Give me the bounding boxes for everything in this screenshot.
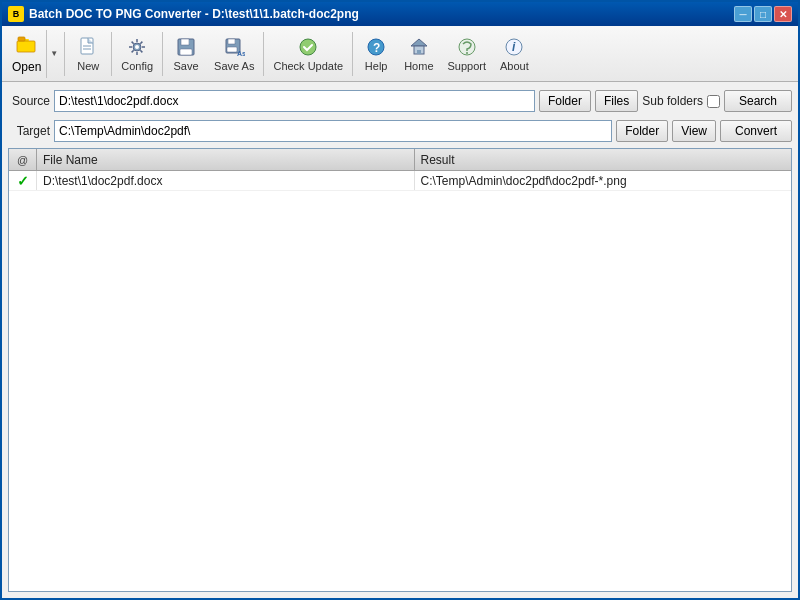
separator-3	[162, 32, 163, 76]
open-button[interactable]: Open ▼	[6, 29, 62, 79]
check-update-label: Check Update	[273, 60, 343, 72]
about-icon: i	[503, 36, 525, 58]
separator-4	[263, 32, 264, 76]
svg-rect-14	[227, 47, 237, 52]
target-folder-button[interactable]: Folder	[616, 120, 668, 142]
table-row[interactable]: ✓ D:\test\1\doc2pdf.docx C:\Temp\Admin\d…	[9, 171, 791, 191]
help-label: Help	[365, 60, 388, 72]
svg-text:As: As	[237, 50, 245, 57]
col-result-header: Result	[415, 149, 792, 170]
separator-5	[352, 32, 353, 76]
row-filename: D:\test\1\doc2pdf.docx	[37, 171, 415, 190]
target-label: Target	[8, 124, 50, 138]
save-as-button[interactable]: As Save As	[207, 29, 261, 79]
config-icon	[126, 36, 148, 58]
close-button[interactable]: ✕	[774, 6, 792, 22]
support-label: Support	[448, 60, 487, 72]
source-label: Source	[8, 94, 50, 108]
source-row: Source Folder Files Sub folders Search	[8, 88, 792, 114]
window-controls: ─ □ ✕	[734, 6, 792, 22]
save-as-icon: As	[223, 36, 245, 58]
home-label: Home	[404, 60, 433, 72]
file-list-body: ✓ D:\test\1\doc2pdf.docx C:\Temp\Admin\d…	[9, 171, 791, 591]
new-button[interactable]: New	[67, 29, 109, 79]
source-input[interactable]	[54, 90, 535, 112]
svg-rect-13	[228, 39, 235, 44]
svg-rect-9	[181, 39, 189, 45]
col-filename-header: File Name	[37, 149, 415, 170]
new-icon	[77, 36, 99, 58]
svg-rect-1	[17, 41, 35, 52]
svg-rect-22	[417, 50, 421, 54]
target-view-button[interactable]: View	[672, 120, 716, 142]
file-list-header: @ File Name Result	[9, 149, 791, 171]
source-files-button[interactable]: Files	[595, 90, 638, 112]
svg-text:?: ?	[373, 41, 380, 55]
main-content: Source Folder Files Sub folders Search T…	[2, 82, 798, 598]
col-status-header: @	[9, 149, 37, 170]
maximize-button[interactable]: □	[754, 6, 772, 22]
save-button[interactable]: Save	[165, 29, 207, 79]
home-icon	[408, 36, 430, 58]
save-label: Save	[174, 60, 199, 72]
config-button[interactable]: Config	[114, 29, 160, 79]
open-dropdown-arrow[interactable]: ▼	[46, 30, 61, 78]
row-result: C:\Temp\Admin\doc2pdf\doc2pdf-*.png	[415, 171, 792, 190]
save-as-label: Save As	[214, 60, 254, 72]
about-label: About	[500, 60, 529, 72]
svg-rect-15	[235, 40, 237, 43]
open-label: Open	[12, 60, 41, 74]
minimize-button[interactable]: ─	[734, 6, 752, 22]
svg-rect-11	[189, 40, 191, 44]
svg-point-24	[466, 52, 468, 54]
svg-point-7	[135, 45, 139, 49]
svg-marker-20	[411, 39, 427, 46]
check-update-icon	[297, 36, 319, 58]
new-label: New	[77, 60, 99, 72]
subfolder-checkbox[interactable]	[707, 95, 720, 108]
help-button[interactable]: ? Help	[355, 29, 397, 79]
support-button[interactable]: Support	[441, 29, 494, 79]
title-bar: B Batch DOC TO PNG Converter - D:\test\1…	[2, 2, 798, 26]
row-status: ✓	[9, 171, 37, 190]
svg-rect-10	[180, 49, 192, 55]
svg-rect-2	[18, 37, 25, 41]
window-title: Batch DOC TO PNG Converter - D:\test\1\1…	[29, 7, 359, 21]
home-button[interactable]: Home	[397, 29, 440, 79]
check-update-button[interactable]: Check Update	[266, 29, 350, 79]
search-button[interactable]: Search	[724, 90, 792, 112]
support-icon	[456, 36, 478, 58]
open-button-main[interactable]: Open	[7, 30, 46, 78]
svg-point-17	[300, 39, 316, 55]
separator-2	[111, 32, 112, 76]
target-input[interactable]	[54, 120, 612, 142]
subfolder-label: Sub folders	[642, 94, 703, 108]
config-label: Config	[121, 60, 153, 72]
source-folder-button[interactable]: Folder	[539, 90, 591, 112]
open-icon	[16, 33, 38, 58]
about-button[interactable]: i About	[493, 29, 536, 79]
separator-1	[64, 32, 65, 76]
app-icon: B	[8, 6, 24, 22]
convert-button[interactable]: Convert	[720, 120, 792, 142]
save-icon	[175, 36, 197, 58]
target-row: Target Folder View Convert	[8, 118, 792, 144]
file-list: @ File Name Result ✓ D:\test\1\doc2pdf.d…	[8, 148, 792, 592]
toolbar: Open ▼ New Config	[2, 26, 798, 82]
help-icon: ?	[365, 36, 387, 58]
